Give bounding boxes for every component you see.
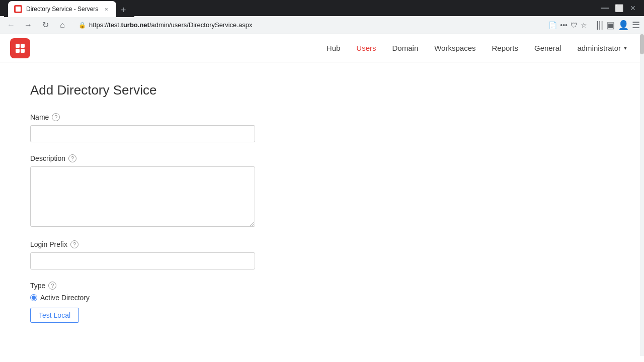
chevron-down-icon: ▼ [623, 45, 628, 51]
scrollbar-track[interactable] [640, 34, 644, 355]
back-button[interactable]: ← [4, 18, 18, 32]
type-label: Type ? [30, 282, 423, 290]
more-button[interactable]: ••• [560, 21, 568, 29]
maximize-button[interactable]: ⬜ [616, 5, 622, 11]
star-icon[interactable]: ☆ [581, 21, 587, 29]
name-input[interactable] [30, 125, 255, 142]
name-label: Name ? [30, 113, 423, 121]
top-navigation: Hub Users Domain Workspaces Reports Gene… [0, 34, 644, 62]
nav-users[interactable]: Users [350, 41, 382, 55]
profile-icon[interactable]: 👤 [618, 20, 629, 31]
menu-icon[interactable]: ☰ [632, 20, 640, 31]
description-label: Description ? [30, 154, 423, 162]
new-tab-button[interactable]: + [116, 3, 130, 17]
svg-rect-2 [21, 44, 25, 48]
description-textarea[interactable] [30, 166, 255, 227]
svg-rect-3 [16, 49, 20, 53]
type-help-icon[interactable]: ? [48, 282, 56, 290]
description-help-icon[interactable]: ? [68, 154, 76, 162]
reload-button[interactable]: ↻ [38, 18, 52, 32]
nav-general[interactable]: General [528, 41, 567, 55]
url-path: /admin/users/DirectoryService.aspx [149, 21, 252, 29]
active-directory-label: Active Directory [40, 294, 90, 302]
svg-rect-4 [21, 49, 25, 53]
active-directory-radio[interactable] [30, 294, 37, 301]
svg-rect-0 [16, 7, 21, 12]
login-prefix-label: Login Prefix ? [30, 240, 423, 248]
browser-tab[interactable]: Directory Service - Servers × [8, 1, 116, 17]
name-form-group: Name ? [30, 113, 423, 142]
close-window-button[interactable]: ✕ [630, 5, 636, 11]
home-button[interactable]: ⌂ [55, 18, 69, 32]
address-bar[interactable]: 🔒 https://test.turbo.net/admin/users/Dir… [72, 18, 593, 32]
close-tab-button[interactable]: × [102, 5, 110, 13]
nav-reports[interactable]: Reports [486, 41, 524, 55]
url-text: https://test.turbo.net/admin/users/Direc… [89, 21, 545, 29]
scrollbar-thumb[interactable] [640, 34, 644, 54]
main-content: Add Directory Service Name ? Description… [0, 62, 453, 355]
type-radio-group: Active Directory [30, 294, 423, 302]
type-form-group: Type ? Active Directory Test Local [30, 282, 423, 323]
nav-hub[interactable]: Hub [320, 41, 347, 55]
url-domain: turbo.net [121, 21, 149, 29]
nav-admin[interactable]: administrator ▼ [571, 41, 634, 55]
name-help-icon[interactable]: ? [52, 113, 60, 121]
app-logo[interactable] [10, 38, 30, 58]
lock-icon: 🔒 [78, 22, 86, 29]
login-prefix-input[interactable] [30, 252, 255, 269]
shield-icon: 🛡 [571, 21, 578, 29]
page-title: Add Directory Service [30, 82, 423, 98]
tab-favicon [14, 5, 22, 13]
tab-title: Directory Service - Servers [26, 6, 98, 13]
login-prefix-help-icon[interactable]: ? [70, 240, 78, 248]
description-form-group: Description ? [30, 154, 423, 228]
admin-label: administrator [577, 44, 621, 52]
forward-button[interactable]: → [21, 18, 35, 32]
nav-domain[interactable]: Domain [386, 41, 425, 55]
page-icon: 📄 [548, 21, 557, 29]
sidebar-icon[interactable]: ▣ [606, 20, 615, 31]
url-prefix: https://test. [89, 21, 121, 29]
nav-workspaces[interactable]: Workspaces [428, 41, 481, 55]
nav-links: Hub Users Domain Workspaces Reports Gene… [320, 41, 634, 55]
login-prefix-form-group: Login Prefix ? [30, 240, 423, 269]
reading-list-icon[interactable]: ||| [596, 20, 603, 30]
svg-rect-1 [16, 44, 20, 48]
test-local-button[interactable]: Test Local [30, 308, 79, 323]
minimize-button[interactable]: — [602, 5, 608, 11]
